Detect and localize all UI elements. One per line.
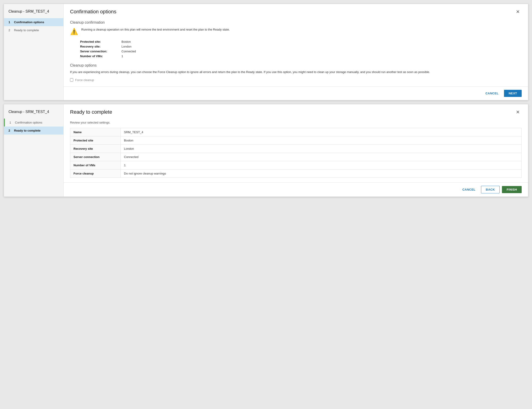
dialog-1-body: Cleanup confirmation ⚠️ Running a cleanu…	[64, 18, 528, 86]
dialog-2-finish-button[interactable]: FINISH	[502, 186, 522, 193]
sidebar-2-step-1-wrapper: 1 Confirmation options	[4, 119, 63, 127]
field-value-2: Connected	[121, 50, 522, 53]
sidebar-2-step-2-label: Ready to complete	[14, 129, 41, 132]
table-row: Name SRM_TEST_4	[70, 128, 522, 136]
table-cell-label: Recovery site	[70, 144, 121, 153]
dialog-1-cancel-button[interactable]: CANCEL	[482, 90, 502, 97]
step-1-num: 1	[9, 20, 12, 24]
step-1-label: Confirmation options	[14, 20, 44, 24]
table-cell-value: 1	[121, 161, 522, 169]
info-grid: Protected site: Boston Recovery site: Lo…	[80, 40, 522, 58]
table-cell-value: SRM_TEST_4	[121, 128, 522, 136]
sidebar-2: Cleanup - SRM_TEST_4 1 Confirmation opti…	[4, 104, 64, 196]
table-cell-label: Number of VMs	[70, 161, 121, 169]
sidebar-2-step-2-num: 2	[9, 129, 12, 132]
force-cleanup-checkbox[interactable]	[70, 78, 73, 82]
dialog-2-main: Ready to complete ✕ Review your selected…	[64, 104, 528, 196]
review-table: Name SRM_TEST_4 Protected site Boston Re…	[70, 128, 522, 178]
table-row: Server connection Connected	[70, 153, 522, 161]
dialog-1-next-button[interactable]: NEXT	[504, 90, 522, 97]
table-cell-label: Force cleanup	[70, 169, 121, 177]
warning-box: ⚠️ Running a cleanup operation on this p…	[70, 27, 522, 35]
field-value-1: London	[121, 45, 522, 48]
table-cell-label: Protected site	[70, 136, 121, 144]
table-cell-value: London	[121, 144, 522, 153]
cleanup-options-title: Cleanup options	[70, 63, 522, 67]
dialog-2-close-button[interactable]: ✕	[514, 109, 522, 115]
dialog-2-title: Ready to complete	[70, 109, 112, 115]
table-row: Number of VMs 1	[70, 161, 522, 169]
sidebar-1: Cleanup - SRM_TEST_4 1 Confirmation opti…	[4, 4, 64, 100]
sidebar-2-step-1-num: 1	[9, 121, 13, 124]
field-label-0: Protected site:	[80, 40, 117, 43]
table-row: Force cleanup Do not ignore cleanup warn…	[70, 169, 522, 177]
dialog-1-footer: CANCEL NEXT	[64, 86, 528, 100]
green-bar	[4, 119, 5, 127]
cleanup-options-text: If you are experiencing errors during cl…	[70, 70, 522, 75]
dialog-1-header: Confirmation options ✕	[64, 4, 528, 18]
table-cell-label: Name	[70, 128, 121, 136]
dialog-2-header: Ready to complete ✕	[64, 104, 528, 118]
table-row: Recovery site London	[70, 144, 522, 153]
dialog-2-back-button[interactable]: BACK	[481, 186, 500, 193]
dialog-2-body: Review your selected settings. Name SRM_…	[64, 118, 528, 182]
field-label-1: Recovery site:	[80, 45, 117, 48]
force-cleanup-label: Force cleanup	[75, 78, 94, 82]
sidebar-step-1-ready[interactable]: 2 Ready to complete	[4, 26, 63, 34]
table-cell-value: Do not ignore cleanup warnings	[121, 169, 522, 177]
dialog-2: Cleanup - SRM_TEST_4 1 Confirmation opti…	[4, 104, 528, 197]
sidebar-2-step-ready[interactable]: 2 Ready to complete	[4, 127, 63, 135]
sidebar-2-step-confirmation[interactable]: 1 Confirmation options	[6, 119, 63, 127]
dialog-1-title: Confirmation options	[70, 9, 116, 15]
dialog-1-main: Confirmation options ✕ Cleanup confirmat…	[64, 4, 528, 100]
table-cell-value: Connected	[121, 153, 522, 161]
dialog-2-footer: CANCEL BACK FINISH	[64, 182, 528, 196]
field-value-3: 1	[121, 55, 522, 58]
cleanup-confirmation-title: Cleanup confirmation	[70, 20, 522, 25]
dialog-2-cancel-button[interactable]: CANCEL	[459, 186, 479, 193]
step-2-num: 2	[9, 28, 12, 32]
field-value-0: Boston	[121, 40, 522, 43]
review-subtitle: Review your selected settings.	[70, 121, 522, 124]
sidebar-1-title: Cleanup - SRM_TEST_4	[4, 9, 63, 18]
field-label-3: Number of VMs:	[80, 55, 117, 58]
warning-text: Running a cleanup operation on this plan…	[81, 27, 230, 32]
table-cell-value: Boston	[121, 136, 522, 144]
field-label-2: Server connection:	[80, 50, 117, 53]
step-2-label: Ready to complete	[14, 28, 39, 32]
table-row: Protected site Boston	[70, 136, 522, 144]
force-cleanup-row: Force cleanup	[70, 78, 522, 82]
sidebar-2-title: Cleanup - SRM_TEST_4	[4, 110, 63, 119]
dialog-1: Cleanup - SRM_TEST_4 1 Confirmation opti…	[4, 4, 528, 100]
sidebar-step-1-confirmation[interactable]: 1 Confirmation options	[4, 18, 63, 26]
sidebar-2-step-1-label: Confirmation options	[15, 121, 42, 124]
table-cell-label: Server connection	[70, 153, 121, 161]
dialog-1-close-button[interactable]: ✕	[514, 9, 522, 15]
warning-icon: ⚠️	[70, 28, 78, 35]
